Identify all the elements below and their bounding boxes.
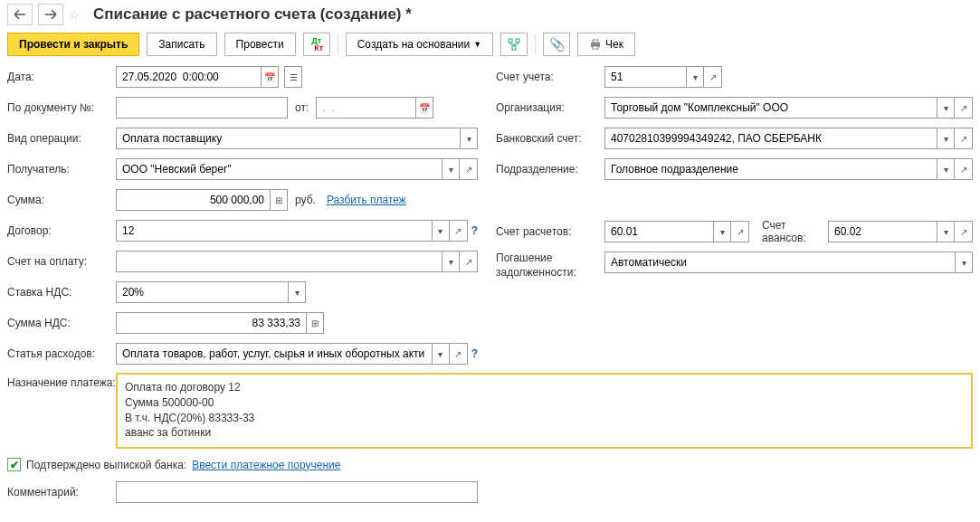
chevron-down-icon: ▾ bbox=[438, 226, 442, 236]
open-icon: ↗ bbox=[737, 227, 744, 237]
optype-label: Вид операции: bbox=[7, 132, 116, 145]
bank-label: Банковский счет: bbox=[496, 132, 604, 145]
vat-sum-calc-button[interactable]: ⊞ bbox=[306, 312, 324, 334]
debt-input[interactable] bbox=[604, 252, 955, 273]
recipient-open-button[interactable]: ↗ bbox=[460, 158, 478, 180]
vat-sum-input[interactable] bbox=[116, 312, 306, 334]
chevron-down-icon: ▾ bbox=[962, 258, 966, 268]
debt-label: Погашение задолженности: bbox=[496, 252, 604, 280]
contract-input[interactable] bbox=[116, 220, 432, 242]
calendar-icon: 📅 bbox=[264, 72, 275, 82]
calculator-icon: ⊞ bbox=[311, 318, 319, 328]
settle-acc-open-button[interactable]: ↗ bbox=[731, 221, 749, 242]
purpose-label: Назначение платежа: bbox=[7, 373, 116, 391]
advance-acc-open-button[interactable]: ↗ bbox=[955, 221, 973, 242]
account-open-button[interactable]: ↗ bbox=[704, 66, 722, 88]
settle-acc-dropdown-button[interactable]: ▾ bbox=[713, 221, 731, 242]
recipient-dropdown-button[interactable]: ▾ bbox=[442, 158, 460, 180]
invoice-input[interactable] bbox=[116, 251, 442, 272]
account-dropdown-button[interactable]: ▾ bbox=[686, 66, 704, 88]
org-input[interactable] bbox=[604, 97, 937, 119]
calculator-icon: ⊞ bbox=[275, 195, 282, 205]
advance-acc-label: Счет авансов: bbox=[762, 219, 819, 244]
bank-input[interactable] bbox=[604, 128, 937, 149]
sum-calc-button[interactable]: ⊞ bbox=[270, 189, 288, 211]
open-icon: ↗ bbox=[465, 165, 472, 175]
optype-dropdown-button[interactable]: ▾ bbox=[460, 128, 478, 149]
page-title: Списание с расчетного счета (создание) * bbox=[93, 5, 412, 24]
split-payment-link[interactable]: Разбить платеж bbox=[327, 194, 406, 206]
chevron-down-icon: ▾ bbox=[693, 72, 698, 82]
confirmed-checkbox[interactable]: ✔ bbox=[7, 458, 21, 471]
vat-rate-input[interactable] bbox=[116, 281, 288, 303]
advance-acc-dropdown-button[interactable]: ▾ bbox=[937, 221, 955, 242]
chevron-down-icon: ▾ bbox=[944, 134, 948, 144]
expense-label: Статья расходов: bbox=[7, 347, 116, 360]
advance-acc-input[interactable] bbox=[828, 221, 937, 242]
bank-dropdown-button[interactable]: ▾ bbox=[937, 128, 955, 149]
account-input[interactable] bbox=[604, 66, 686, 88]
contract-dropdown-button[interactable]: ▾ bbox=[432, 220, 450, 242]
invoice-dropdown-button[interactable]: ▾ bbox=[442, 251, 460, 272]
chevron-down-icon: ▾ bbox=[438, 349, 442, 359]
dtkt-button[interactable]: Дт Кт bbox=[303, 33, 330, 56]
check-button[interactable]: Чек bbox=[577, 33, 635, 56]
docnum-date-picker-button[interactable]: 📅 bbox=[415, 97, 433, 119]
attach-button[interactable]: 📎 bbox=[543, 33, 570, 56]
org-dropdown-button[interactable]: ▾ bbox=[937, 97, 955, 119]
open-icon: ↗ bbox=[960, 103, 967, 113]
structure-button[interactable] bbox=[500, 33, 528, 56]
dept-dropdown-button[interactable]: ▾ bbox=[937, 158, 955, 180]
dept-input[interactable] bbox=[604, 158, 937, 180]
org-open-button[interactable]: ↗ bbox=[955, 97, 973, 119]
optype-input[interactable] bbox=[116, 128, 460, 149]
post-and-close-button[interactable]: Провести и закрыть bbox=[7, 33, 139, 56]
open-icon: ↗ bbox=[465, 257, 472, 267]
vat-rate-dropdown-button[interactable]: ▾ bbox=[288, 281, 306, 303]
expense-dropdown-button[interactable]: ▾ bbox=[432, 343, 450, 365]
favorite-icon[interactable]: ☆ bbox=[69, 7, 81, 22]
sum-input[interactable] bbox=[116, 189, 270, 211]
nav-back-button[interactable] bbox=[7, 4, 33, 25]
contract-help[interactable]: ? bbox=[471, 224, 478, 237]
purpose-textarea[interactable]: Оплата по договору 12 Сумма 500000-00 В … bbox=[116, 373, 973, 449]
docnum-input[interactable] bbox=[116, 97, 288, 119]
docnum-label: По документу №: bbox=[7, 101, 116, 114]
expense-input[interactable] bbox=[116, 343, 432, 365]
recipient-input[interactable] bbox=[116, 158, 442, 180]
svg-rect-4 bbox=[593, 40, 598, 43]
invoice-open-button[interactable]: ↗ bbox=[460, 251, 478, 272]
list-icon: ☰ bbox=[290, 72, 298, 82]
date-extra-button[interactable]: ☰ bbox=[284, 66, 302, 88]
purpose-line-4: аванс за ботинки bbox=[125, 425, 964, 441]
chevron-down-icon: ▾ bbox=[467, 134, 471, 144]
enter-payment-order-link[interactable]: Ввести платежное поручение bbox=[192, 459, 340, 471]
comment-input[interactable] bbox=[116, 481, 478, 503]
toolbar: Провести и закрыть Записать Провести Дт … bbox=[7, 33, 973, 56]
expense-help[interactable]: ? bbox=[471, 347, 478, 360]
account-label: Счет учета: bbox=[496, 71, 604, 83]
save-button[interactable]: Записать bbox=[147, 33, 216, 56]
settle-acc-input[interactable] bbox=[604, 221, 713, 242]
chevron-down-icon: ▾ bbox=[944, 227, 948, 237]
paperclip-icon: 📎 bbox=[549, 37, 565, 52]
expense-open-button[interactable]: ↗ bbox=[450, 343, 468, 365]
open-icon: ↗ bbox=[960, 165, 967, 175]
date-input[interactable] bbox=[116, 66, 261, 88]
bank-open-button[interactable]: ↗ bbox=[955, 128, 973, 149]
comment-label: Комментарий: bbox=[7, 486, 116, 498]
org-label: Организация: bbox=[496, 101, 604, 114]
create-based-on-button[interactable]: Создать на основании ▼ bbox=[346, 33, 493, 56]
nav-forward-button[interactable] bbox=[38, 4, 63, 25]
contract-open-button[interactable]: ↗ bbox=[450, 220, 468, 242]
debt-dropdown-button[interactable]: ▾ bbox=[955, 252, 973, 273]
date-label: Дата: bbox=[7, 71, 116, 83]
purpose-line-2: Сумма 500000-00 bbox=[125, 395, 964, 411]
post-button[interactable]: Провести bbox=[224, 33, 296, 56]
chevron-down-icon: ▾ bbox=[720, 227, 725, 237]
date-picker-button[interactable]: 📅 bbox=[261, 66, 279, 88]
svg-rect-0 bbox=[509, 39, 512, 43]
docnum-date-input[interactable] bbox=[316, 97, 415, 119]
vat-rate-label: Ставка НДС: bbox=[7, 286, 116, 299]
dept-open-button[interactable]: ↗ bbox=[955, 158, 973, 180]
